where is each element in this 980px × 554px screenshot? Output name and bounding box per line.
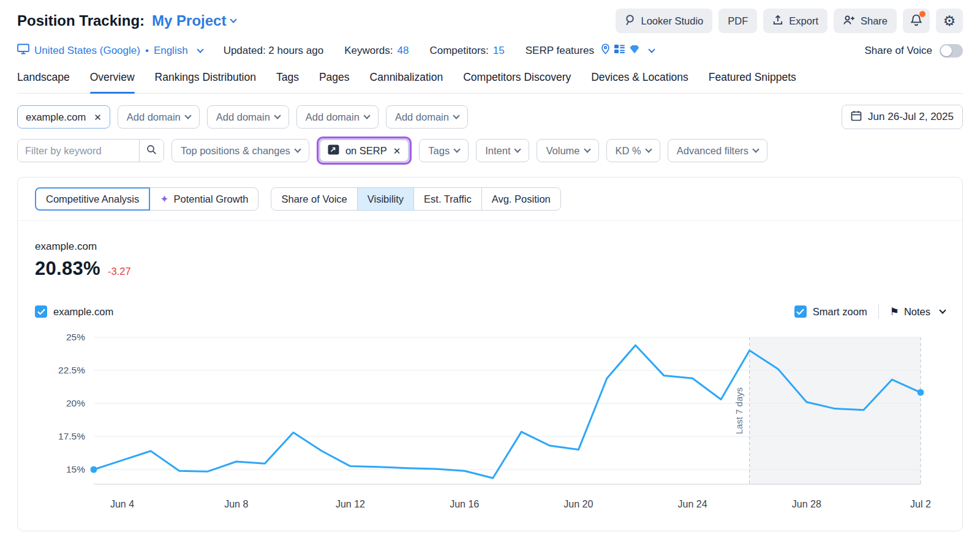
metric-domain: example.com [35,241,945,253]
svg-text:17.5%: 17.5% [58,431,85,441]
date-range-button[interactable]: Jun 26-Jul 2, 2025 [842,105,963,129]
metric-value: 20.83% [35,258,100,280]
tab-devices-locations[interactable]: Devices & Locations [591,71,688,93]
card-toggle-row: Competitive Analysis ✦ Potential Growth … [18,187,962,221]
chevron-down-icon [294,146,301,152]
svg-text:Jun 28: Jun 28 [792,499,821,509]
sitelinks-icon [614,44,625,57]
metric-tab-est-traffic[interactable]: Est. Traffic [413,187,482,211]
legend-domain-label: example.com [53,306,113,318]
keyword-filter-row: Top positions & changes on SERP ✕ Tags I… [17,137,963,165]
keyword-filter-input[interactable] [18,140,139,162]
competitive-analysis-label: Competitive Analysis [46,193,139,205]
share-button[interactable]: Share [834,9,897,33]
kd-filter[interactable]: KD % [606,139,660,162]
pdf-label: PDF [728,15,748,27]
gear-icon: ⚙ [943,14,956,28]
export-icon [772,15,783,28]
potential-growth-button[interactable]: ✦ Potential Growth [149,187,258,211]
svg-text:Jun 12: Jun 12 [336,499,365,509]
visibility-card: Competitive Analysis ✦ Potential Growth … [17,177,963,531]
notifications-button[interactable] [903,9,930,33]
notification-dot [919,11,925,17]
competitors-value-link[interactable]: 15 [493,45,505,57]
separator-dot: • [145,45,149,57]
chart-area: 15%17.5%20%22.5%25%Last 7 daysJun 4Jun 8… [18,329,962,515]
add-domain-label: Add domain [127,111,181,123]
looker-studio-label: Looker Studio [641,15,703,27]
tab-tags[interactable]: Tags [276,71,299,93]
intent-filter[interactable]: Intent [476,139,529,162]
chevron-down-icon [939,307,946,313]
add-domain-button-4[interactable]: Add domain [386,105,468,129]
on-serp-filter-highlight: on SERP ✕ [317,137,412,165]
looker-studio-button[interactable]: Looker Studio [616,9,712,33]
domain-legend-checkbox[interactable] [35,305,47,318]
position-tracking-page: Position Tracking: My Project Looker Stu… [0,0,980,531]
add-domain-label: Add domain [216,111,270,123]
updated-label: Updated: 2 hours ago [224,45,324,57]
report-tabs: Landscape Overview Rankings Distribution… [17,71,963,94]
on-serp-filter[interactable]: on SERP ✕ [320,140,409,162]
export-button[interactable]: Export [763,9,827,33]
chevron-down-icon [197,46,203,53]
tags-filter[interactable]: Tags [419,139,469,162]
domain-chip[interactable]: example.com ✕ [17,105,110,129]
smart-zoom-checkbox[interactable] [794,305,807,318]
share-of-voice-toggle[interactable] [940,44,963,58]
visibility-chart[interactable]: 15%17.5%20%22.5%25%Last 7 daysJun 4Jun 8… [26,329,945,512]
location-language-selector[interactable]: United States (Google) • English [17,43,203,58]
language-label: English [154,45,188,57]
add-domain-button-3[interactable]: Add domain [296,105,379,129]
notes-button[interactable]: ⚑ Notes [890,305,945,318]
export-label: Export [789,15,818,27]
svg-text:Jun 8: Jun 8 [224,499,248,509]
chevron-down-icon [648,46,655,53]
page-title: Position Tracking: [17,12,145,29]
project-selector[interactable]: My Project [152,12,236,29]
settings-button[interactable]: ⚙ [936,9,963,33]
add-domain-button-1[interactable]: Add domain [118,105,200,129]
chart-controls: Smart zoom ⚑ Notes [794,304,945,319]
add-domain-button-2[interactable]: Add domain [207,105,289,129]
metric-summary: example.com 20.83% -3.27 [18,241,962,280]
svg-text:Jun 16: Jun 16 [450,499,479,509]
add-domain-label: Add domain [395,111,449,123]
tab-landscape[interactable]: Landscape [17,71,70,93]
tab-competitors-discovery[interactable]: Competitors Discovery [463,71,571,93]
close-icon[interactable]: ✕ [393,146,401,155]
advanced-filters-button[interactable]: Advanced filters [668,139,767,162]
pdf-button[interactable]: PDF [718,9,757,33]
svg-text:Jun 24: Jun 24 [678,499,707,509]
top-positions-filter[interactable]: Top positions & changes [172,139,309,162]
keyword-filter [17,139,164,162]
tab-pages[interactable]: Pages [319,71,350,93]
chevron-down-icon [184,112,191,119]
metric-tab-avg-position[interactable]: Avg. Position [481,187,561,211]
tab-overview[interactable]: Overview [90,71,135,93]
chevron-down-icon [752,146,759,152]
search-button[interactable] [139,140,164,162]
tab-cannibalization[interactable]: Cannibalization [370,71,443,93]
chevron-down-icon [584,146,590,152]
share-of-voice-label: Share of Voice [864,45,932,57]
metric-tab-share-of-voice[interactable]: Share of Voice [271,187,357,211]
competitive-analysis-button[interactable]: Competitive Analysis [35,187,150,211]
tab-rankings-distribution[interactable]: Rankings Distribution [155,71,256,93]
svg-text:Jun 4: Jun 4 [110,499,134,509]
tab-featured-snippets[interactable]: Featured Snippets [709,71,796,93]
serp-features-selector[interactable]: SERP features [526,43,654,58]
chevron-down-icon [514,146,521,152]
share-of-voice-toggle-group: Share of Voice [864,44,963,58]
close-icon[interactable]: ✕ [94,113,102,122]
updated-status: Updated: 2 hours ago [224,45,324,57]
chevron-down-icon [363,112,370,119]
kd-label: KD % [616,145,641,157]
notes-label: Notes [904,306,930,318]
volume-filter[interactable]: Volume [537,139,598,162]
campaign-meta-row: United States (Google) • English Updated… [17,43,963,58]
svg-text:Jul 2: Jul 2 [910,499,931,509]
top-positions-label: Top positions & changes [181,145,290,157]
keywords-value-link[interactable]: 48 [398,45,409,57]
metric-tab-visibility[interactable]: Visibility [357,187,414,211]
